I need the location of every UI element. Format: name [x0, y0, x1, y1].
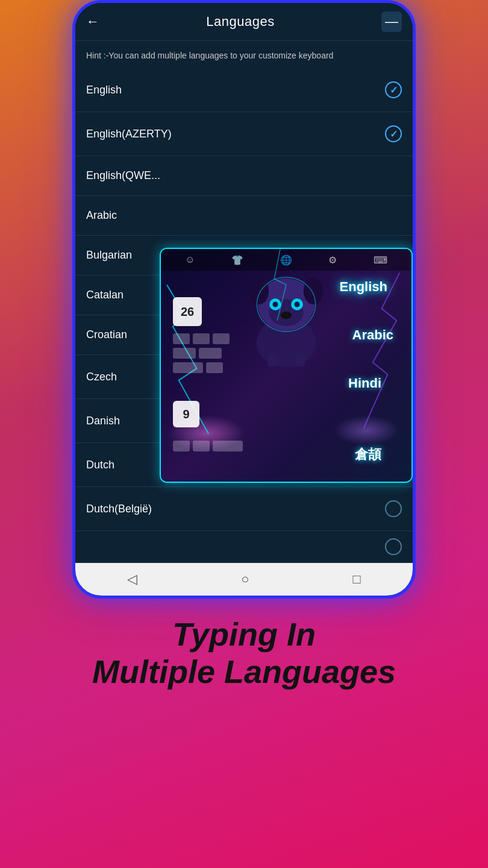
check-circle[interactable]: [385, 500, 402, 517]
key: [213, 441, 243, 451]
list-item[interactable]: English(QWE...: [75, 156, 413, 196]
pug-image: [238, 261, 334, 370]
keyboard-row: [173, 333, 230, 344]
number-key: 9: [173, 401, 199, 427]
back-button[interactable]: ←: [86, 14, 99, 30]
recent-nav-button[interactable]: □: [353, 571, 361, 587]
list-item[interactable]: [75, 531, 413, 563]
keyboard-overlay: ☺ 👕 🌐 ⚙ ⌨: [160, 248, 413, 483]
key: [213, 333, 230, 344]
check-circle[interactable]: [385, 81, 402, 98]
key: [193, 441, 210, 451]
keyboard-icon: ⌨: [374, 254, 387, 266]
home-nav-button[interactable]: ○: [241, 571, 249, 587]
language-name: Bulgarian: [86, 249, 132, 262]
svg-point-8: [295, 302, 300, 307]
svg-rect-13: [295, 353, 305, 367]
check-circle[interactable]: [385, 125, 402, 142]
language-name: Dutch: [86, 459, 114, 471]
language-name: Dutch(België): [86, 503, 152, 515]
keyboard-preview: ☺ 👕 🌐 ⚙ ⌨: [161, 249, 411, 482]
check-circle[interactable]: [385, 538, 402, 555]
overlay-english-label: English: [340, 279, 387, 295]
keyboard-row-bottom: [173, 441, 243, 451]
phone-screen: ← Languages — Hint :-You can add multipl…: [75, 3, 413, 596]
language-name: Arabic: [86, 209, 117, 222]
list-item[interactable]: English(AZERTY): [75, 112, 413, 156]
back-nav-button[interactable]: ◁: [127, 571, 137, 587]
key: [173, 441, 190, 451]
overlay-chinese-label: 倉頡: [355, 445, 381, 464]
footer-title-line1: Typing In: [92, 615, 396, 653]
language-name: Croatian: [86, 329, 127, 341]
language-name: English(AZERTY): [86, 128, 172, 140]
language-name: English(QWE...: [86, 169, 160, 182]
emoji-icon: ☺: [185, 254, 195, 265]
svg-point-3: [304, 277, 323, 304]
language-name: Danish: [86, 415, 120, 427]
key: [173, 348, 196, 359]
keyboard-keys: 26: [173, 297, 230, 373]
overlay-hindi-label: Hindi: [348, 376, 381, 391]
overlay-arabic-label: Arabic: [352, 327, 393, 343]
key: [206, 362, 223, 373]
language-name: Czech: [86, 371, 117, 383]
footer-title-line2: Multiple Languages: [92, 653, 396, 690]
language-name: Catalan: [86, 289, 124, 301]
language-list: English English(AZERTY) English(QWE... A…: [75, 68, 413, 563]
top-bar: ← Languages —: [75, 3, 413, 41]
page-title: Languages: [206, 14, 274, 30]
list-item[interactable]: English: [75, 68, 413, 112]
phone-frame: ← Languages — Hint :-You can add multipl…: [72, 0, 416, 599]
key: [173, 362, 203, 373]
key: [193, 333, 210, 344]
keyboard-row: [173, 362, 230, 373]
hint-text: Hint :-You can add multiple languages to…: [75, 41, 413, 68]
key: [199, 348, 222, 359]
svg-rect-12: [267, 353, 277, 367]
svg-point-11: [281, 312, 292, 319]
date-key: 26: [173, 297, 202, 326]
cloud-decoration: [333, 415, 399, 445]
keyboard-row: [173, 348, 230, 359]
language-name: English: [86, 84, 122, 96]
svg-point-7: [273, 302, 278, 307]
list-item[interactable]: Arabic: [75, 196, 413, 236]
key: [173, 333, 190, 344]
list-item[interactable]: Dutch(België): [75, 487, 413, 531]
minimize-button[interactable]: —: [381, 11, 402, 32]
footer: Typing In Multiple Languages: [74, 615, 414, 690]
nav-bar: ◁ ○ □: [75, 563, 413, 596]
svg-point-2: [249, 277, 269, 304]
